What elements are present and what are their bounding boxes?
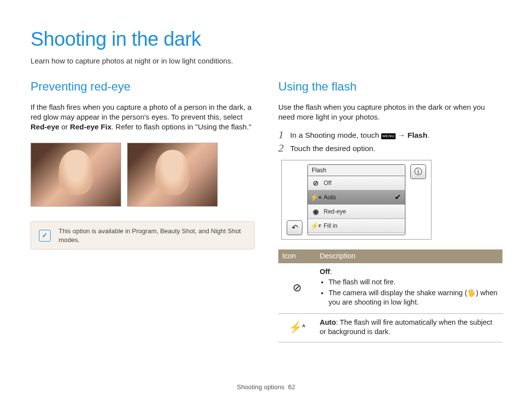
menu-item-red-eye[interactable]: ◉ Red-eye: [308, 205, 405, 219]
bold-flash: Flash: [407, 131, 427, 139]
txt: If the flash fires when you capture a ph…: [31, 103, 252, 121]
bold-red-eye: Red-eye: [31, 123, 59, 131]
flash-off-icon: ⊘: [312, 179, 320, 187]
col-head-icon: Icon: [278, 249, 316, 263]
step-number: 1: [278, 129, 287, 140]
flash-body: Use the flash when you capture photos in…: [278, 102, 502, 123]
example-photo-fixed: [127, 143, 218, 207]
flash-fill-icon: ⚡F: [312, 222, 320, 230]
menu-item-fill-in[interactable]: ⚡F Fill in: [308, 219, 405, 233]
menu-chip-icon: MENU: [381, 133, 396, 139]
menu-item-off[interactable]: ⊘ Off: [308, 176, 405, 190]
column-preventing-red-eye: Preventing red-eye If the flash fires wh…: [31, 79, 255, 342]
txt: . Refer to flash options in "Using the f…: [111, 123, 251, 131]
step-1: 1 In a Shooting mode, touch MENU → Flash…: [278, 129, 502, 141]
txt: or: [59, 123, 70, 131]
txt: Touch the desired option.: [290, 143, 375, 154]
row-title: Auto: [320, 318, 336, 326]
row-bullet: The camera will display the shake warnin…: [329, 288, 499, 308]
row-title: Off: [320, 268, 330, 276]
menu-item-label: Fill in: [324, 222, 337, 230]
example-photo-red-eye: [31, 143, 121, 207]
page-footer: Shooting options 62: [0, 383, 532, 392]
table-row: ⊘ Off: The flash will not fire. The came…: [278, 263, 502, 314]
column-using-the-flash: Using the flash Use the flash when you c…: [278, 79, 502, 342]
flash-options-table: Icon Description ⊘ Off: The flash will n…: [278, 249, 502, 342]
menu-item-label: Auto: [324, 193, 336, 201]
col-head-description: Description: [316, 249, 502, 263]
heading-preventing-red-eye: Preventing red-eye: [31, 79, 255, 94]
flash-auto-icon: ⚡A: [278, 313, 316, 342]
row-rest: : The flash will fire automatically when…: [320, 318, 492, 336]
check-icon: ✔: [395, 192, 401, 203]
bold-red-eye-fix: Red-eye Fix: [70, 123, 111, 131]
menu-item-label: Off: [324, 179, 332, 187]
example-photo-row: [31, 143, 255, 207]
flash-off-icon: ⊘: [278, 263, 316, 314]
page-intro: Learn how to capture photos at night or …: [31, 56, 502, 66]
menu-item-auto[interactable]: ⚡A Auto ✔: [308, 190, 405, 205]
table-row: ⚡A Auto: The flash will fire automatical…: [278, 313, 502, 342]
footer-page-number: 62: [288, 383, 295, 391]
note-text: This option is available in Program, Bea…: [59, 227, 246, 244]
txt: .: [428, 131, 430, 139]
step-number: 2: [278, 143, 287, 154]
back-button[interactable]: ↶: [287, 220, 302, 235]
txt: In a Shooting mode, touch: [290, 131, 381, 139]
heading-using-the-flash: Using the flash: [278, 79, 502, 94]
txt: →: [396, 131, 407, 139]
device-menu-screenshot: ↶ Flash ⊘ Off ⚡A Auto ✔ ◉ Red-eye: [281, 160, 432, 240]
step-2: 2 Touch the desired option.: [278, 143, 502, 154]
page-title: Shooting in the dark: [31, 26, 502, 52]
note-box: ✓ This option is available in Program, B…: [31, 221, 255, 249]
red-eye-body: If the flash fires when you capture a ph…: [31, 102, 255, 132]
menu-title: Flash: [308, 165, 405, 176]
flash-auto-icon: ⚡A: [312, 193, 320, 201]
footer-section: Shooting options: [237, 383, 285, 391]
note-icon: ✓: [39, 230, 51, 242]
red-eye-icon: ◉: [312, 208, 320, 216]
menu-item-label: Red-eye: [324, 208, 346, 216]
row-bullet: The flash will not fire.: [329, 278, 499, 287]
info-button[interactable]: ⓘ: [410, 164, 426, 179]
